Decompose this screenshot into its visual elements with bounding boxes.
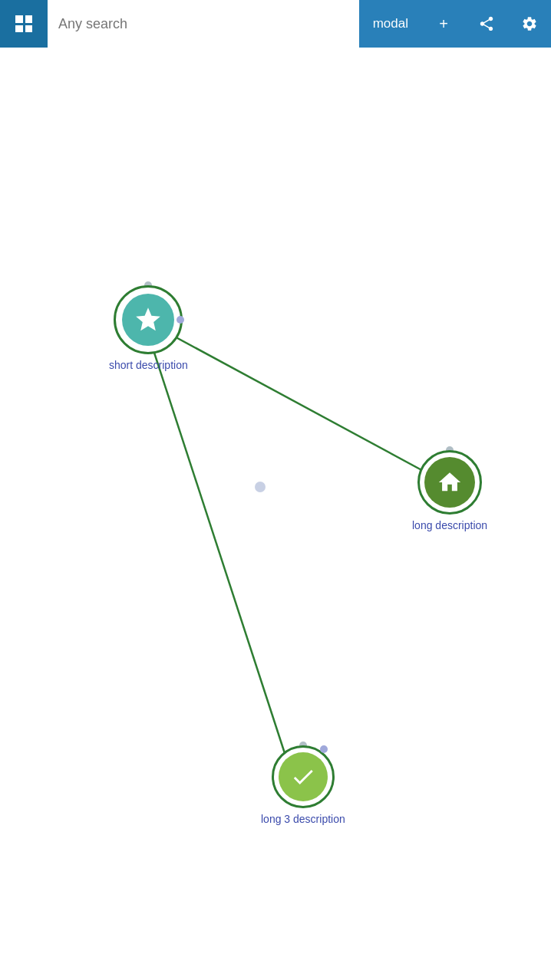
node3-label: long 3 description [261, 813, 345, 825]
node1-circle [114, 285, 183, 354]
node3-circle [272, 745, 335, 808]
home-icon [437, 469, 463, 495]
floating-dot [255, 482, 266, 492]
header: modal + [0, 0, 551, 48]
star-icon [134, 305, 163, 334]
node-star[interactable]: short description [109, 285, 188, 371]
share-icon [478, 15, 495, 32]
node1-inner [122, 294, 174, 346]
share-button[interactable] [465, 0, 508, 48]
node-check[interactable]: long 3 description [261, 745, 345, 825]
svg-line-1 [144, 320, 292, 777]
graph-canvas[interactable]: short description long description [0, 48, 551, 980]
node3-inner [279, 752, 328, 801]
node-home[interactable]: long description [412, 450, 487, 531]
node2-label: long description [412, 519, 487, 531]
node3-connector-top [320, 745, 328, 753]
svg-line-0 [144, 320, 444, 482]
node1-connector-right [177, 316, 184, 324]
node2-circle [417, 450, 482, 515]
grid-icon [15, 15, 32, 32]
node1-label: short description [109, 359, 188, 371]
modal-button[interactable]: modal [359, 0, 422, 48]
add-button[interactable]: + [422, 0, 465, 48]
node2-inner [424, 457, 475, 508]
settings-icon [521, 15, 538, 32]
search-input[interactable] [48, 0, 359, 48]
grid-menu-button[interactable] [0, 0, 48, 48]
check-icon [290, 764, 316, 790]
settings-button[interactable] [508, 0, 551, 48]
